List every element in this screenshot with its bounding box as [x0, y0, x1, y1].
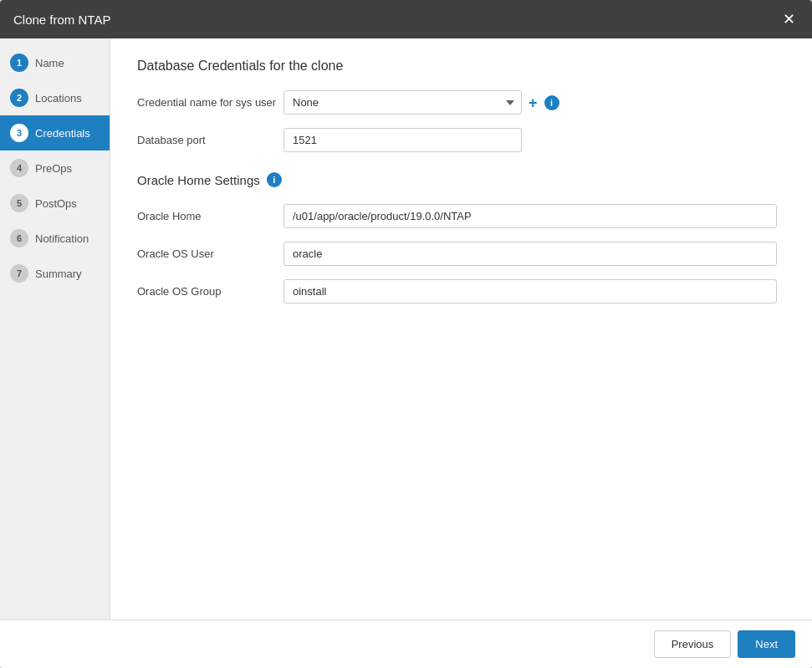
credential-info-icon[interactable]: i — [544, 95, 559, 110]
dialog-title: Clone from NTAP — [13, 13, 110, 27]
sidebar-label-locations: Locations — [35, 92, 82, 105]
step-badge-1: 1 — [10, 54, 28, 72]
oracle-os-user-control-wrapper — [283, 242, 785, 266]
dialog-footer: Previous Next — [0, 620, 812, 668]
oracle-os-group-control-wrapper — [283, 279, 785, 303]
credential-label: Credential name for sys user — [137, 96, 283, 109]
sidebar-item-notification[interactable]: 6 Notification — [0, 221, 110, 256]
sidebar-item-locations[interactable]: 2 Locations — [0, 80, 110, 115]
step-badge-5: 5 — [10, 194, 28, 212]
sidebar-label-credentials: Credentials — [35, 127, 90, 140]
port-input[interactable] — [283, 128, 522, 152]
oracle-os-user-label: Oracle OS User — [137, 247, 283, 260]
oracle-info-icon[interactable]: i — [267, 172, 282, 187]
oracle-os-user-input[interactable] — [283, 242, 777, 266]
oracle-os-group-group: Oracle OS Group — [137, 279, 785, 303]
section-title: Database Credentials for the clone — [137, 59, 785, 74]
oracle-section-divider: Oracle Home Settings i — [137, 172, 785, 187]
credential-select[interactable]: None — [283, 90, 522, 115]
sidebar-item-credentials[interactable]: 3 Credentials — [0, 115, 110, 150]
sidebar-label-summary: Summary — [35, 268, 82, 280]
close-button[interactable]: ✕ — [779, 10, 799, 28]
port-control-wrapper — [283, 128, 785, 152]
oracle-home-group: Oracle Home — [137, 204, 785, 228]
step-badge-2: 2 — [10, 89, 28, 107]
oracle-os-group-input[interactable] — [283, 279, 777, 303]
sidebar: 1 Name 2 Locations 3 Credentials 4 PreOp… — [0, 38, 110, 620]
sidebar-label-notification: Notification — [35, 232, 89, 245]
add-credential-button[interactable]: + — [529, 95, 538, 110]
sidebar-item-summary[interactable]: 7 Summary — [0, 256, 110, 291]
port-label: Database port — [137, 134, 283, 146]
oracle-section-title: Oracle Home Settings — [137, 173, 260, 187]
sidebar-item-postops[interactable]: 5 PostOps — [0, 186, 110, 221]
oracle-home-label: Oracle Home — [137, 210, 283, 222]
step-badge-7: 7 — [10, 264, 28, 283]
oracle-home-input[interactable] — [283, 204, 777, 228]
step-badge-6: 6 — [10, 229, 28, 247]
sidebar-label-name: Name — [35, 57, 64, 69]
database-port-group: Database port — [137, 128, 785, 152]
next-button[interactable]: Next — [738, 630, 795, 658]
step-badge-3: 3 — [10, 124, 28, 142]
main-content: Database Credentials for the clone Crede… — [110, 38, 812, 620]
oracle-os-user-group: Oracle OS User — [137, 242, 785, 266]
dialog-body: 1 Name 2 Locations 3 Credentials 4 PreOp… — [0, 38, 812, 620]
clone-dialog: Clone from NTAP ✕ 1 Name 2 Locations 3 C… — [0, 0, 812, 668]
sidebar-label-postops: PostOps — [35, 197, 77, 210]
sidebar-item-preops[interactable]: 4 PreOps — [0, 150, 110, 186]
credential-control-wrapper: None + i — [283, 90, 785, 115]
credential-name-group: Credential name for sys user None + i — [137, 90, 785, 115]
sidebar-label-preops: PreOps — [35, 162, 72, 175]
previous-button[interactable]: Previous — [654, 630, 732, 658]
oracle-os-group-label: Oracle OS Group — [137, 285, 283, 298]
step-badge-4: 4 — [10, 159, 28, 177]
sidebar-item-name[interactable]: 1 Name — [0, 45, 110, 80]
oracle-home-control-wrapper — [283, 204, 785, 228]
dialog-header: Clone from NTAP ✕ — [0, 0, 812, 38]
